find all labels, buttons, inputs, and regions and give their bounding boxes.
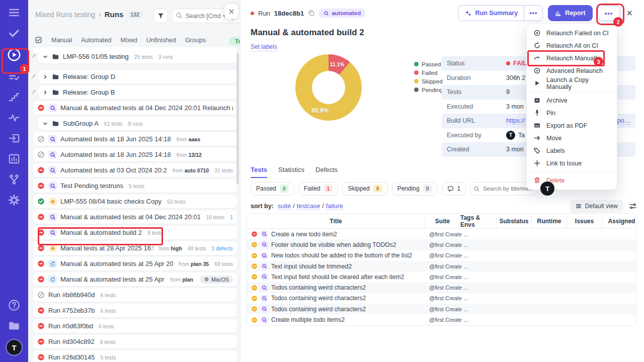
- menu-item-delete[interactable]: Delete: [527, 174, 617, 187]
- run-row[interactable]: Run #0d63f0bd6 tests: [33, 319, 237, 333]
- table-row[interactable]: New todos should be added to the bottom …: [247, 250, 636, 261]
- column-header-assigned-to[interactable]: Assigned To: [602, 214, 636, 228]
- run-row[interactable]: Manual & automated tests at 25 Apr 2025 …: [33, 273, 237, 286]
- filter-pill-passed[interactable]: Passed0: [251, 182, 294, 196]
- menu-item-labels[interactable]: Labels: [527, 144, 617, 157]
- menu-item-export-as-pdf[interactable]: PDFExport as PDF: [527, 119, 617, 132]
- column-header-suite[interactable]: Suite: [425, 214, 460, 228]
- tab-automated[interactable]: Automated: [81, 37, 111, 44]
- tab-unfinished[interactable]: Unfinished: [146, 37, 176, 44]
- sliders-icon[interactable]: [629, 202, 637, 210]
- tab-defects[interactable]: Defects: [315, 166, 338, 178]
- breadcrumb-project[interactable]: Mixed Runs testing: [35, 11, 95, 19]
- filter-pill-skipped[interactable]: Skipped8: [342, 182, 387, 196]
- gear-icon[interactable]: [8, 194, 21, 207]
- run-summary-more-button[interactable]: •••: [524, 6, 542, 21]
- menu-item-relaunch-failed-on-ci[interactable]: Relaunch Failed on CI: [527, 27, 617, 39]
- filter-pill-pending[interactable]: Pending0: [392, 182, 438, 196]
- branch-icon[interactable]: [8, 173, 21, 186]
- run-row[interactable]: Run #b86b940d6 tests: [33, 288, 237, 302]
- run-summary-button[interactable]: Run Summary •••: [458, 5, 543, 21]
- tab-manual[interactable]: Manual: [51, 37, 72, 44]
- defects-link[interactable]: 1 defects: [211, 245, 233, 251]
- tab-mixed[interactable]: Mixed: [120, 37, 137, 44]
- tab-today-pill[interactable]: To: [229, 37, 240, 46]
- table-row[interactable]: Todos containing weird characters2@first…: [247, 293, 636, 304]
- menu-item-advanced-relaunch[interactable]: Advanced Relaunch: [527, 64, 617, 77]
- tab-statistics[interactable]: Statistics: [278, 166, 304, 178]
- report-button[interactable]: Report: [548, 5, 592, 21]
- sort-link-failure[interactable]: failure: [326, 203, 343, 210]
- close-panel-button[interactable]: [224, 4, 238, 19]
- group-row[interactable]: LMP-556 01/05 testing25 tests3 runs: [38, 50, 237, 63]
- default-view-button[interactable]: Default view: [570, 200, 623, 213]
- menu-item-move[interactable]: Move: [527, 132, 617, 144]
- run-row[interactable]: Automated tests at 18 Jun 2025 14:18from…: [33, 132, 237, 146]
- check-icon[interactable]: [8, 27, 21, 40]
- run-row[interactable]: Manual & automated tests at 04 Dec 2024 …: [33, 210, 237, 224]
- pulse-icon[interactable]: [8, 111, 21, 124]
- chevron-right-icon[interactable]: [42, 74, 48, 80]
- run-row[interactable]: Test Pending testruns5 tests: [33, 179, 237, 193]
- menu-item-launch-a-copy-manually[interactable]: Launch a Copy Manually: [527, 77, 617, 89]
- group-row[interactable]: Release: Group D: [38, 70, 237, 83]
- run-row[interactable]: Run #752eb37b6 tests: [33, 304, 237, 317]
- run-row[interactable]: Automated tests at 18 Jun 2025 14:18from…: [33, 148, 237, 161]
- tab-tests[interactable]: Tests: [251, 166, 267, 178]
- run-row[interactable]: Manual & automated tests at 25 Apr 2025 …: [33, 257, 237, 270]
- run-row[interactable]: Manual & automated tests at 04 Dec 2024 …: [33, 101, 237, 115]
- assignee-avatar-filter[interactable]: T: [540, 182, 554, 196]
- user-avatar[interactable]: T: [7, 340, 22, 355]
- column-header-issues[interactable]: Issues: [567, 214, 602, 228]
- build-url-link[interactable]: https://: [506, 117, 525, 125]
- menu-item-pin[interactable]: Pin: [527, 107, 617, 119]
- column-header-runtime[interactable]: Runtime: [532, 214, 567, 228]
- group-row[interactable]: Release: Group B: [38, 85, 237, 99]
- table-row[interactable]: Footer should be visible when adding TOD…: [247, 239, 636, 250]
- table-row[interactable]: Text input field should be cleared after…: [247, 272, 636, 282]
- scrollbar-thumb[interactable]: [236, 53, 239, 185]
- list-check-icon[interactable]: [8, 70, 21, 83]
- runs-play-circle-icon[interactable]: [7, 47, 22, 62]
- set-labels-link[interactable]: Set labels: [251, 43, 277, 51]
- run-row[interactable]: Run #d304c8928 tests: [33, 335, 237, 348]
- filter-button[interactable]: [153, 9, 168, 23]
- copy-icon[interactable]: [308, 10, 315, 17]
- bar-chart-icon[interactable]: [8, 152, 21, 165]
- column-header-substatus[interactable]: Substatus: [497, 214, 532, 228]
- group-row[interactable]: SubGroup A61 tests8 runs: [38, 117, 237, 130]
- tab-groups[interactable]: Groups: [185, 37, 206, 44]
- filter-pill-failed[interactable]: Failed1: [298, 182, 339, 196]
- column-header-tags-envs[interactable]: Tags & Envs: [460, 214, 497, 228]
- projects-folder-icon[interactable]: [8, 319, 21, 332]
- menu-item-relaunch-all-on-ci[interactable]: Relaunch All on CI: [527, 39, 617, 52]
- defects-link[interactable]: 1: [230, 214, 233, 220]
- run-row[interactable]: Run #26d301455 tests: [33, 350, 237, 362]
- column-header-title[interactable]: Title: [247, 214, 425, 228]
- menu-item-relaunch-manually[interactable]: Relaunch Manually: [527, 52, 617, 64]
- sort-link-testcase[interactable]: testcase: [297, 203, 320, 210]
- table-row[interactable]: Todos containing weird characters2@first…: [247, 304, 636, 314]
- chevron-down-icon[interactable]: [42, 121, 48, 127]
- run-row[interactable]: LMP-555 08/04 basic checks Copy53 tests: [33, 195, 237, 208]
- menu-item-link-to-issue[interactable]: Link to Issue: [527, 157, 617, 169]
- run-row[interactable]: Manual & automated build 29 tests: [33, 226, 237, 239]
- menu-item-archive[interactable]: Archive: [527, 94, 617, 107]
- chevron-down-icon[interactable]: [42, 54, 48, 60]
- close-detail-icon[interactable]: ✕: [625, 9, 634, 18]
- table-row[interactable]: Todos containing weird characters2@first…: [247, 282, 636, 293]
- menu-icon[interactable]: [8, 6, 21, 19]
- table-row[interactable]: Create multiple todo items2@first Create…: [247, 314, 636, 325]
- select-all-icon[interactable]: [35, 36, 42, 44]
- automated-badge[interactable]: automated: [319, 9, 365, 18]
- comments-filter-pill[interactable]: 1: [442, 182, 466, 196]
- build-url-link-tail[interactable]: po…: [617, 117, 630, 125]
- table-row[interactable]: Text input should be trimmed2@first Crea…: [247, 261, 636, 272]
- chevron-right-icon[interactable]: [42, 89, 48, 96]
- sort-link-suite[interactable]: suite: [278, 203, 291, 210]
- help-icon[interactable]: [8, 299, 21, 312]
- steps-icon[interactable]: [8, 90, 21, 104]
- table-row[interactable]: Create a new todo item2@first Create …: [247, 229, 636, 239]
- run-row[interactable]: Automated tests at 03 Oct 2024 20:25from…: [33, 163, 237, 177]
- run-row[interactable]: Manual tests at 28 Apr 2025 16:50from hi…: [33, 241, 237, 255]
